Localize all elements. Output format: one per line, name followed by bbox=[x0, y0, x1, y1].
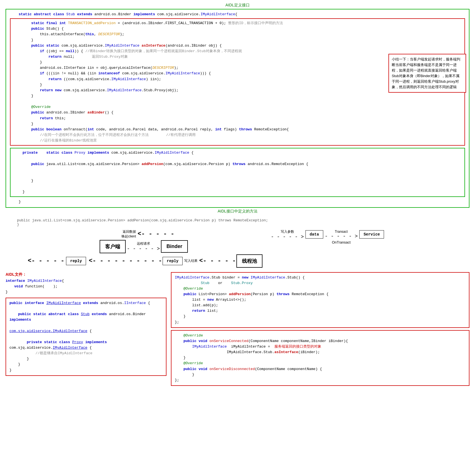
proxy-code-block: private static class Proxy implements co… bbox=[10, 148, 465, 197]
return-data-label: 返回数据 bbox=[123, 229, 136, 234]
bottom-right-bottom-box: @Override public void onServiceConnected… bbox=[171, 330, 469, 386]
binder-box: Binder bbox=[161, 240, 188, 253]
callback-client-label: 唤起client bbox=[122, 234, 136, 239]
proxy-code: private static class Proxy implements co… bbox=[14, 150, 461, 195]
transact-label: Transact bbox=[335, 230, 348, 234]
closing-brace: } bbox=[10, 199, 465, 205]
suspend-box: reply bbox=[66, 257, 86, 265]
code-pre-stub: static abstract class Stub extends andro… bbox=[10, 12, 465, 17]
aidl-simple-box: interface IMyAidlInterface{ void functio… bbox=[6, 278, 166, 295]
reply-box: reply bbox=[163, 257, 183, 265]
data-box: data bbox=[305, 230, 323, 239]
bottom-right: IMyAidlInterface.Stub binder = new IMyAi… bbox=[171, 272, 469, 386]
service-box: Service bbox=[359, 230, 384, 239]
bottom-left-code: public interface IMyAidlInterface extend… bbox=[9, 300, 163, 373]
thread-pool-box: 线程池 bbox=[236, 254, 262, 268]
diagram-section: public java.util.List<com.sjq.aidlservic… bbox=[6, 218, 469, 268]
diagram-code-line: public java.util.List<com.sjq.aidlservic… bbox=[8, 218, 467, 227]
main-code-block: 小结一下：当客户端发起请求时，服务端判断当前客户端和服务端是不是属于同一进程，如… bbox=[6, 9, 469, 208]
note-text: 小结一下：当客户端发起请求时，服务端判断当前客户端和服务端是不是属于同一进程，如… bbox=[392, 57, 460, 89]
bottom-section: AIDL文件： interface IMyAidlInterface{ void… bbox=[6, 272, 469, 386]
bottom-label: AIDL接口中定义的方法 bbox=[6, 209, 469, 214]
aidl-file-label: AIDL文件： bbox=[6, 272, 166, 277]
aidl-simple-code: interface IMyAidlInterface{ void functio… bbox=[6, 278, 166, 295]
bottom-right-top-code: IMyAidlInterface.Stub binder = new IMyAi… bbox=[175, 275, 466, 325]
bottom-left: AIDL文件： interface IMyAidlInterface{ void… bbox=[6, 272, 166, 386]
bottom-right-bottom-code: @Override public void onServiceConnected… bbox=[175, 333, 466, 383]
on-transact-label: OnTransact bbox=[332, 240, 350, 244]
note-box: 小结一下：当客户端发起请求时，服务端判断当前客户端和服务端是不是属于同一进程，如… bbox=[388, 54, 466, 93]
write-params-label: 写入参数 bbox=[281, 229, 294, 234]
remote-request-label: 远程请求 bbox=[137, 241, 150, 246]
top-label: AIDL定义接口 bbox=[6, 3, 469, 8]
bottom-left-red-box: public interface IMyAidlInterface extend… bbox=[6, 298, 166, 376]
write-result-label: 写入结果 bbox=[184, 259, 198, 263]
client-box: 客户端 bbox=[100, 240, 126, 253]
bottom-right-top-box: IMyAidlInterface.Stub binder = new IMyAi… bbox=[171, 272, 469, 328]
